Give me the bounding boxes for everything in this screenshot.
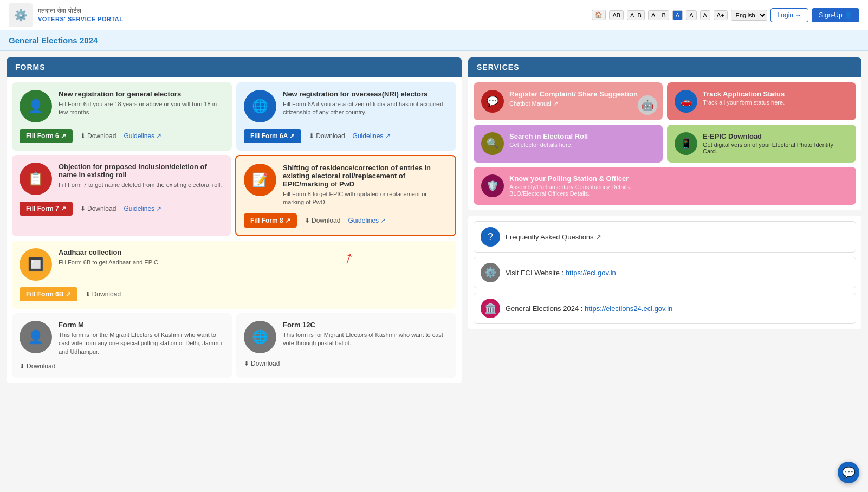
elections24-label: General Elections 2024 : — [506, 305, 582, 313]
logo-icon: ⚙️ — [9, 3, 33, 27]
services-panel-header: SERVICES — [468, 57, 861, 77]
eepic-title: E-EPIC Download — [703, 132, 848, 140]
formm-icon-symbol: 👤 — [28, 329, 44, 345]
banner: General Elections 2024 — [0, 30, 868, 51]
guidelines-form7[interactable]: Guidelines ↗ — [124, 205, 161, 212]
form6b-title: Aadhaar collection — [59, 248, 449, 256]
eci-row[interactable]: ⚙️ Visit ECI Website : https://eci.gov.i… — [474, 257, 856, 288]
eci-icon-symbol: ⚙️ — [484, 267, 496, 279]
form-card-12c: 🌐 Form 12C This form is for Migrant Elec… — [236, 313, 456, 378]
track-icon: 🚗 — [675, 90, 697, 113]
elections24-link[interactable]: https://elections24.eci.gov.in — [585, 305, 672, 313]
chatbot-avatar: 🤖 — [638, 95, 657, 115]
service-card-search[interactable]: 🔍 Search in Electoral Roll Get elector d… — [474, 125, 663, 163]
fill-form6-button[interactable]: Fill Form 6 ↗ — [20, 129, 73, 143]
track-text: Track Application Status Track all your … — [703, 90, 785, 106]
polling-text: Know your Polling Station & Officer Asse… — [509, 174, 631, 197]
form8-actions: Fill Form 8 ↗ ⬇ Download Guidelines ↗ — [244, 213, 448, 228]
track-title: Track Application Status — [703, 90, 785, 98]
acc-a-b-btn[interactable]: A_B — [627, 10, 645, 20]
forms-row-1: 👤 New registration for general electors … — [12, 82, 456, 151]
form-card-6b: 🔲 Aadhaar collection Fill Form 6B to get… — [12, 241, 456, 309]
eci-link[interactable]: https://eci.gov.in — [566, 269, 616, 277]
form-card-6a: 🌐 New registration for overseas(NRI) ele… — [236, 82, 456, 151]
form6b-icon: 🔲 — [20, 248, 52, 281]
login-button[interactable]: Login → — [770, 8, 809, 22]
download-form6[interactable]: ⬇ Download — [80, 132, 116, 140]
download-form12c[interactable]: ⬇ Download — [244, 360, 280, 367]
fill-form8-button[interactable]: Fill Form 8 ↗ — [244, 213, 297, 228]
forms-panel: FORMS 👤 New registration for general ele… — [7, 57, 462, 383]
form12c-icon: 🌐 — [244, 321, 276, 353]
eci-text: Visit ECI Website : https://eci.gov.in — [506, 269, 616, 277]
form6a-icon-symbol: 🌐 — [252, 99, 268, 114]
form8-title: Shifting of residence/correction of entr… — [283, 164, 448, 188]
service-card-track[interactable]: 🚗 Track Application Status Track all you… — [667, 82, 856, 120]
guidelines-form6[interactable]: Guidelines ↗ — [124, 132, 161, 140]
acc-a__b-btn[interactable]: A__B — [648, 10, 669, 20]
fill-form7-button[interactable]: Fill Form 7 ↗ — [20, 202, 73, 216]
faq-icon-symbol: ? — [488, 231, 493, 243]
form12c-content: Form 12C This form is for Migrant Electo… — [283, 321, 449, 348]
elections24-icon: 🏛️ — [481, 299, 500, 318]
form8-inner: 📝 Shifting of residence/correction of en… — [244, 164, 448, 207]
banner-title: General Elections 2024 — [9, 36, 98, 45]
chatbot-link[interactable]: Chatbot Manual ↗ — [509, 100, 638, 107]
guidelines-form8[interactable]: Guidelines ↗ — [348, 217, 386, 224]
form6b-content: Aadhaar collection Fill Form 6B to get A… — [59, 248, 449, 267]
forms-panel-header: FORMS — [7, 57, 462, 77]
acc-a-highlight-btn[interactable]: A — [672, 10, 683, 20]
form-card-8: 📝 Shifting of residence/correction of en… — [235, 155, 456, 236]
formm-actions: ⬇ Download — [20, 362, 224, 370]
eepic-desc: Get digital version of your Electoral Ph… — [703, 141, 848, 154]
acc-a-plus-btn[interactable]: A+ — [714, 10, 728, 20]
language-select[interactable]: English — [731, 10, 767, 21]
complaint-text: Register Complaint/ Share Suggestion Cha… — [509, 90, 638, 107]
logo-hindi: मतदाता सेवा पोर्टल — [38, 7, 123, 16]
forms-row-3: 🔲 Aadhaar collection Fill Form 6B to get… — [12, 241, 456, 309]
acc-ab-btn[interactable]: AB — [609, 10, 624, 20]
service-card-eepic[interactable]: 📱 E-EPIC Download Get digital version of… — [667, 125, 856, 163]
form6-icon-symbol: 👤 — [28, 99, 44, 114]
form6a-title: New registration for overseas(NRI) elect… — [283, 90, 449, 98]
faq-row[interactable]: ? Frequently Asked Questions ↗ — [474, 221, 856, 253]
formm-icon: 👤 — [20, 321, 52, 353]
form6a-actions: Fill Form 6A ↗ ⬇ Download Guidelines ↗ — [244, 129, 449, 143]
download-form6b[interactable]: ⬇ Download — [85, 290, 121, 298]
download-form6a[interactable]: ⬇ Download — [309, 132, 345, 140]
formm-title: Form M — [59, 321, 224, 329]
form12c-title: Form 12C — [283, 321, 449, 329]
form7-actions: Fill Form 7 ↗ ⬇ Download Guidelines ↗ — [20, 202, 223, 216]
guidelines-form6a[interactable]: Guidelines ↗ — [353, 132, 391, 140]
download-formm[interactable]: ⬇ Download — [20, 362, 55, 370]
services-panel: SERVICES 💬 Register Complaint/ Share Sug… — [468, 57, 861, 383]
eci-icon: ⚙️ — [481, 263, 500, 282]
form7-desc: Fill Form 7 to get name deleted from the… — [59, 181, 223, 189]
complaint-icon-symbol: 💬 — [487, 95, 498, 107]
fill-form6a-button[interactable]: Fill Form 6A ↗ — [244, 129, 301, 143]
elections24-row[interactable]: 🏛️ General Elections 2024 : https://elec… — [474, 293, 856, 324]
acc-home-btn[interactable]: 🏠 — [592, 10, 606, 20]
formm-desc: This form is for the Migrant Electors of… — [59, 331, 224, 356]
elections24-text: General Elections 2024 : https://electio… — [506, 305, 672, 313]
header: ⚙️ मतदाता सेवा पोर्टल VOTERS' SERVICE PO… — [0, 0, 868, 30]
forms-row-4: 👤 Form M This form is for the Migrant El… — [12, 313, 456, 378]
signup-button[interactable]: Sign-Up 👤 — [812, 8, 859, 22]
main-layout: FORMS 👤 New registration for general ele… — [0, 51, 868, 390]
acc-a-btn[interactable]: A — [686, 10, 696, 20]
form6-title: New registration for general electors — [59, 90, 224, 98]
form6-desc: Fill Form 6 if you are 18 years or above… — [59, 100, 224, 117]
fill-form6b-button[interactable]: Fill Form 6B ↗ — [20, 287, 77, 301]
download-form8[interactable]: ⬇ Download — [305, 217, 340, 224]
formm-inner: 👤 Form M This form is for the Migrant El… — [20, 321, 224, 356]
service-card-polling[interactable]: 🛡️ Know your Polling Station & Officer A… — [474, 167, 856, 205]
service-card-complaint[interactable]: 💬 Register Complaint/ Share Suggestion C… — [474, 82, 663, 120]
form12c-inner: 🌐 Form 12C This form is for Migrant Elec… — [244, 321, 449, 353]
form8-content: Shifting of residence/correction of entr… — [283, 164, 448, 207]
header-left: ⚙️ मतदाता सेवा पोर्टल VOTERS' SERVICE PO… — [9, 3, 123, 27]
form7-icon: 📋 — [20, 163, 52, 195]
form8-desc: Fill Form 8 to get EPIC with updated or … — [283, 190, 448, 207]
download-form7[interactable]: ⬇ Download — [80, 205, 116, 212]
acc-a-small-btn[interactable]: A — [700, 10, 710, 20]
track-icon-symbol: 🚗 — [680, 95, 692, 107]
